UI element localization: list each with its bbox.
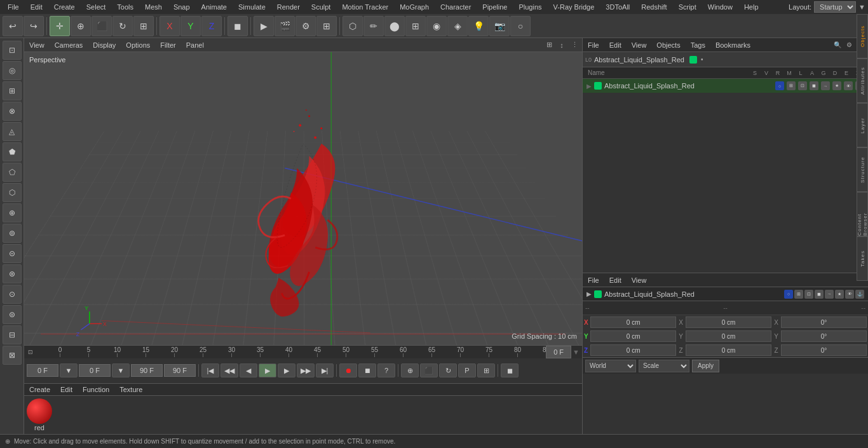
keyframe-button[interactable]: ? bbox=[377, 363, 395, 377]
tl-move-btn[interactable]: ⊕ bbox=[401, 363, 419, 377]
tag-grid-icon[interactable]: ⊡ bbox=[798, 81, 807, 90]
auto-keyframe-button[interactable]: ⏹ bbox=[358, 363, 376, 377]
vp-menu-display[interactable]: Display bbox=[90, 40, 118, 50]
tl-rotate-btn[interactable]: ↻ bbox=[439, 363, 457, 377]
obj-menu-edit[interactable]: Edit bbox=[607, 41, 624, 50]
tag-arrow-icon[interactable]: → bbox=[821, 81, 830, 90]
scale-select[interactable]: Scale bbox=[639, 360, 689, 372]
sidebar-btn-9[interactable]: ⊕ bbox=[3, 203, 22, 222]
axis-x-button[interactable]: X bbox=[159, 16, 180, 36]
menu-vray[interactable]: V-Ray Bridge bbox=[548, 2, 600, 12]
menu-help[interactable]: Help bbox=[739, 2, 764, 12]
rotate-tool-button[interactable]: ↻ bbox=[112, 16, 133, 36]
rot-y-input[interactable] bbox=[686, 330, 771, 342]
transform-tool-button[interactable]: ⊞ bbox=[133, 16, 154, 36]
tab-structure[interactable]: Structure bbox=[857, 147, 868, 192]
attr-tag-8[interactable]: ⚓ bbox=[855, 290, 864, 299]
tag-star-icon[interactable]: ★ bbox=[832, 81, 841, 90]
vp-dots-icon[interactable]: ⋮ bbox=[569, 40, 580, 50]
vp-menu-cameras[interactable]: Cameras bbox=[52, 40, 86, 50]
camera-rec-btn[interactable]: 📷 bbox=[489, 16, 510, 36]
render-active-btn[interactable]: ▶ bbox=[254, 16, 274, 36]
object-btn[interactable]: ◼ bbox=[227, 16, 248, 36]
menu-redshift[interactable]: Redshift bbox=[636, 2, 672, 12]
mat-menu-edit[interactable]: Edit bbox=[58, 385, 75, 394]
attr-tag-6[interactable]: ★ bbox=[835, 290, 844, 299]
vp-expand-icon[interactable]: ⊞ bbox=[544, 40, 554, 50]
attr-tag-1[interactable]: ○ bbox=[784, 290, 793, 299]
sidebar-btn-3[interactable]: ⊞ bbox=[3, 81, 22, 100]
sidebar-btn-8[interactable]: ⬡ bbox=[3, 183, 22, 202]
mat-menu-texture[interactable]: Texture bbox=[117, 385, 145, 394]
sidebar-btn-6[interactable]: ⬟ bbox=[3, 142, 22, 161]
apply-button[interactable]: Apply bbox=[692, 360, 719, 372]
menu-character[interactable]: Character bbox=[435, 2, 476, 12]
frame-current-input[interactable] bbox=[79, 364, 111, 377]
menu-window[interactable]: Window bbox=[703, 2, 738, 12]
menu-file[interactable]: File bbox=[3, 2, 24, 12]
render-settings-btn[interactable]: ⚙ bbox=[295, 16, 316, 36]
frame-end-input[interactable] bbox=[131, 364, 163, 377]
next-frame-button[interactable]: ▶ bbox=[278, 363, 295, 377]
sidebar-btn-12[interactable]: ⊛ bbox=[3, 264, 22, 283]
pos-z-input[interactable] bbox=[590, 344, 676, 356]
mat-menu-create[interactable]: Create bbox=[27, 385, 53, 394]
pos-y-input[interactable] bbox=[590, 330, 676, 342]
timeline-ruler[interactable]: ⊡ 0 5 10 15 20 25 30 35 40 45 50 55 60 bbox=[24, 346, 582, 358]
attr-tag-2[interactable]: ⊞ bbox=[794, 290, 803, 299]
menu-sculpt[interactable]: Sculpt bbox=[306, 2, 336, 12]
sidebar-btn-1[interactable]: ⊡ bbox=[3, 41, 22, 60]
mat-menu-function[interactable]: Function bbox=[80, 385, 112, 394]
obj-menu-objects[interactable]: Objects bbox=[654, 41, 682, 50]
rot-x-input[interactable] bbox=[686, 316, 771, 328]
frame-display-input[interactable] bbox=[546, 346, 571, 358]
tag-box-icon[interactable]: ◼ bbox=[810, 81, 818, 90]
sidebar-btn-11[interactable]: ⊝ bbox=[3, 244, 22, 263]
obj-settings-icon[interactable]: ⚙ bbox=[844, 40, 854, 50]
record-button[interactable]: ⏺ bbox=[339, 363, 357, 377]
layout-dropdown[interactable]: Startup bbox=[814, 1, 856, 13]
menu-render[interactable]: Render bbox=[272, 2, 305, 12]
go-first-frame-button[interactable]: |◀ bbox=[201, 363, 219, 377]
paint-btn[interactable]: ⬤ bbox=[384, 16, 405, 36]
scale-tool-button[interactable]: ⬛ bbox=[92, 16, 112, 36]
sidebar-btn-5[interactable]: ◬ bbox=[3, 122, 22, 141]
attr-menu-edit[interactable]: Edit bbox=[607, 276, 624, 285]
vp-menu-filter[interactable]: Filter bbox=[158, 40, 178, 50]
tl-scale-btn[interactable]: ⬛ bbox=[420, 363, 438, 377]
pen-btn[interactable]: ✏ bbox=[363, 16, 384, 36]
sidebar-btn-4[interactable]: ⊗ bbox=[3, 102, 22, 121]
attr-menu-view[interactable]: View bbox=[629, 276, 649, 285]
menu-edit[interactable]: Edit bbox=[25, 2, 48, 12]
menu-animate[interactable]: Animate bbox=[196, 2, 232, 12]
tag-eye-icon[interactable]: 👁 bbox=[844, 81, 853, 90]
menu-plugins[interactable]: Plugins bbox=[513, 2, 546, 12]
obj-search-icon[interactable]: 🔍 bbox=[832, 40, 843, 50]
render-picture-viewer-btn[interactable]: 🎬 bbox=[275, 16, 295, 36]
select-tool-button[interactable]: ✛ bbox=[50, 16, 70, 36]
menu-pipeline[interactable]: Pipeline bbox=[477, 2, 512, 12]
obj-menu-tags[interactable]: Tags bbox=[688, 41, 708, 50]
move-tool-button[interactable]: ⊕ bbox=[71, 16, 91, 36]
menu-simulate[interactable]: Simulate bbox=[233, 2, 271, 12]
axis-y-button[interactable]: Y bbox=[180, 16, 201, 36]
bulb-btn[interactable]: ○ bbox=[510, 16, 531, 36]
attr-tag-7[interactable]: 👁 bbox=[845, 290, 854, 299]
camera-btn[interactable]: ◉ bbox=[426, 16, 447, 36]
sidebar-btn-7[interactable]: ⬠ bbox=[3, 163, 22, 182]
frame-start-input[interactable] bbox=[27, 364, 58, 377]
sidebar-btn-2[interactable]: ◎ bbox=[3, 61, 22, 80]
menu-tools[interactable]: Tools bbox=[112, 2, 139, 12]
go-last-frame-button[interactable]: ▶| bbox=[316, 363, 334, 377]
menu-mograph[interactable]: MoGraph bbox=[395, 2, 434, 12]
tag-link-icon[interactable]: ⊞ bbox=[787, 81, 796, 90]
scale-y-input[interactable] bbox=[781, 330, 867, 342]
axis-z-button[interactable]: Z bbox=[201, 16, 222, 36]
sidebar-btn-deform[interactable]: ⊠ bbox=[3, 346, 22, 365]
shield-btn[interactable]: ◈ bbox=[447, 16, 468, 36]
scale-x-input[interactable] bbox=[781, 316, 867, 328]
menu-snap[interactable]: Snap bbox=[168, 2, 195, 12]
world-select[interactable]: World bbox=[585, 360, 636, 372]
render-team-btn[interactable]: ⊞ bbox=[316, 16, 337, 36]
menu-motion-tracker[interactable]: Motion Tracker bbox=[337, 2, 393, 12]
